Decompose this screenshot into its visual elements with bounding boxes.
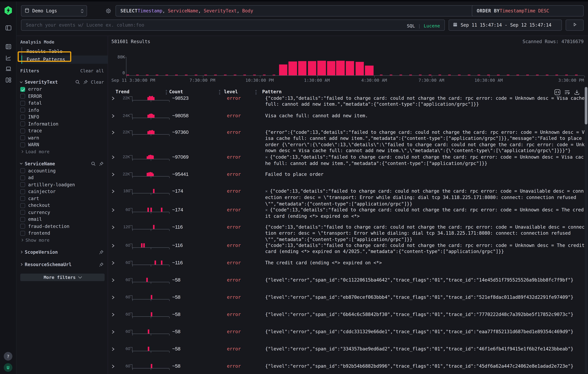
expand-row-icon[interactable] xyxy=(111,172,116,178)
expand-row-icon[interactable] xyxy=(111,189,116,195)
checkbox[interactable] xyxy=(20,101,25,106)
expand-row-icon[interactable] xyxy=(111,208,116,213)
mode-sql-toggle[interactable]: SQL xyxy=(407,23,415,28)
checkbox[interactable] xyxy=(20,196,25,201)
checkbox-checked[interactable] xyxy=(20,87,25,92)
filter-group-footer[interactable]: Load more xyxy=(17,148,108,155)
pin-icon[interactable] xyxy=(99,249,104,255)
filter-group-header-servicename[interactable]: ServiceName xyxy=(17,160,108,167)
chart-nav-icon[interactable] xyxy=(5,55,11,61)
gear-icon[interactable] xyxy=(105,8,111,14)
pattern-row[interactable]: 60~58error{"level":"error","span_id":"0c… xyxy=(108,277,585,295)
expand-row-icon[interactable] xyxy=(111,261,116,266)
expand-row-icon[interactable] xyxy=(111,347,116,352)
expand-row-icon[interactable] xyxy=(111,113,116,119)
checkbox[interactable] xyxy=(20,175,25,180)
checkbox[interactable] xyxy=(20,94,25,99)
filter-option-info[interactable]: INFO xyxy=(17,113,108,121)
pattern-row[interactable]: 22K~97360error{"error":{"code":13,"detai… xyxy=(108,130,585,154)
checkbox[interactable] xyxy=(20,189,25,194)
pattern-row[interactable]: 60~58error{"level":"error","span_id":"cd… xyxy=(108,329,585,346)
filter-option-fatal[interactable]: fatal xyxy=(17,100,108,107)
user-avatar[interactable]: U xyxy=(4,363,12,372)
pattern-row[interactable]: 60~116errorThe credit card (ending <*> e… xyxy=(108,260,585,277)
run-query-button[interactable] xyxy=(566,20,584,31)
vertical-scrollbar[interactable] xyxy=(585,87,587,373)
filter-option-artillery-loadgen[interactable]: artillery-loadgen xyxy=(17,181,108,188)
pattern-row[interactable]: 24K~98058errorVisa cache full: cannot ad… xyxy=(108,113,585,130)
order-by-editor[interactable]: ORDER BY TimestampTime DESC xyxy=(472,5,584,17)
filter-option-accounting[interactable]: accounting xyxy=(17,167,108,174)
expand-row-icon[interactable] xyxy=(111,278,116,283)
filter-option-checkout[interactable]: checkout xyxy=(17,202,108,209)
filter-option-currency[interactable]: currency xyxy=(17,209,108,216)
filter-option-frontend[interactable]: frontend xyxy=(17,230,108,237)
source-select[interactable]: Demo Logs xyxy=(21,5,87,17)
clear-filter-button[interactable]: Clear xyxy=(91,80,104,85)
search-icon[interactable] xyxy=(91,161,96,166)
filter-option-fraud-detection[interactable]: fraud-detection xyxy=(17,223,108,230)
time-range-picker[interactable]: Sep 11 15:47:14 - Sep 12 15:47:14 xyxy=(449,20,562,31)
filter-option-cart[interactable]: cart xyxy=(17,195,108,202)
panel-toggle-icon[interactable] xyxy=(5,25,11,31)
analysis-mode-results-table[interactable]: Results Table xyxy=(21,47,108,56)
expand-row-icon[interactable] xyxy=(111,243,116,249)
view-source-icon[interactable] xyxy=(554,89,560,95)
pattern-row[interactable]: 60~58error{"level":"error","span_id":"eb… xyxy=(108,295,585,312)
pattern-row[interactable]: 60~58error{"level":"error","span_id":"b9… xyxy=(108,364,585,374)
filter-option-email[interactable]: email xyxy=(17,216,108,223)
filter-group-header-severitytext[interactable]: SeverityTextClear xyxy=(17,78,108,86)
dashboards-nav-icon[interactable] xyxy=(5,77,11,83)
sql-select-editor[interactable]: SELECT Timestamp, ServiceName, SeverityT… xyxy=(116,5,484,17)
checkbox[interactable] xyxy=(20,203,25,208)
pattern-row[interactable]: 22K~95441errorFailed to place order xyxy=(108,172,585,189)
checkbox[interactable] xyxy=(20,217,25,222)
pattern-row[interactable]: 60~58error{"level":"error","span_id":"33… xyxy=(108,346,585,364)
logs-nav-icon[interactable] xyxy=(5,43,11,50)
checkbox[interactable] xyxy=(20,224,25,229)
filter-group-footer[interactable]: Show more xyxy=(17,237,108,243)
checkbox[interactable] xyxy=(20,142,25,147)
checkbox[interactable] xyxy=(20,121,25,126)
expand-row-icon[interactable] xyxy=(111,225,116,231)
filter-option-info[interactable]: info xyxy=(17,107,108,113)
filter-option-ad[interactable]: ad xyxy=(17,174,108,181)
checkbox[interactable] xyxy=(20,210,25,215)
mode-lucene-toggle[interactable]: Lucene xyxy=(424,23,440,28)
filter-option-information[interactable]: Information xyxy=(17,121,108,127)
more-filters-button[interactable]: More filters xyxy=(20,273,105,281)
filter-group-header-scopeversion[interactable]: ScopeVersion xyxy=(17,248,108,256)
checkbox[interactable] xyxy=(20,231,25,236)
hyperdx-logo-icon[interactable] xyxy=(3,6,13,15)
checkbox[interactable] xyxy=(20,108,25,112)
download-icon[interactable] xyxy=(574,89,580,95)
search-icon[interactable] xyxy=(75,80,80,85)
expand-row-icon[interactable] xyxy=(111,312,116,318)
filter-option-error[interactable]: ERROR xyxy=(17,93,108,100)
pattern-row[interactable]: 60~174error×{"code":13,"details":"failed… xyxy=(108,207,585,224)
expand-row-icon[interactable] xyxy=(111,330,116,335)
pattern-row[interactable]: 22K~98523error{"code":13,"details":"fail… xyxy=(108,96,585,113)
checkbox[interactable] xyxy=(20,168,25,173)
pin-icon[interactable] xyxy=(99,262,104,267)
pattern-row[interactable]: 120~116error{"code":13,"details":"failed… xyxy=(108,224,585,243)
filter-option-warn[interactable]: warn xyxy=(17,134,108,141)
filter-group-header-resourceschemaurl[interactable]: ResourceSchemaUrl xyxy=(17,261,108,268)
pattern-row[interactable]: 60~116error{"code":13,"details":"failed … xyxy=(108,243,585,260)
checkbox[interactable] xyxy=(20,115,25,120)
pattern-row[interactable]: 60~58error{"level":"error","span_id":"6b… xyxy=(108,312,585,329)
pattern-row[interactable]: 180~174error×{"code":13,"details":"faile… xyxy=(108,189,585,207)
checkbox[interactable] xyxy=(20,128,25,133)
help-button[interactable]: ? xyxy=(4,352,12,361)
expand-row-icon[interactable] xyxy=(111,295,116,301)
search-input[interactable]: Search your events w/ Lucene ex. column:… xyxy=(21,20,445,31)
clear-all-button[interactable]: Clear all xyxy=(80,68,104,73)
expand-row-icon[interactable] xyxy=(111,155,116,160)
expand-row-icon[interactable] xyxy=(111,364,116,370)
filter-option-trace[interactable]: trace xyxy=(17,127,108,134)
filter-option-error[interactable]: error xyxy=(17,86,108,93)
pattern-row[interactable]: 22K~97069error×{"code":13,"details":"fai… xyxy=(108,154,585,172)
checkbox[interactable] xyxy=(20,135,25,140)
pin-icon[interactable] xyxy=(99,161,104,166)
pin-icon[interactable] xyxy=(83,80,88,85)
